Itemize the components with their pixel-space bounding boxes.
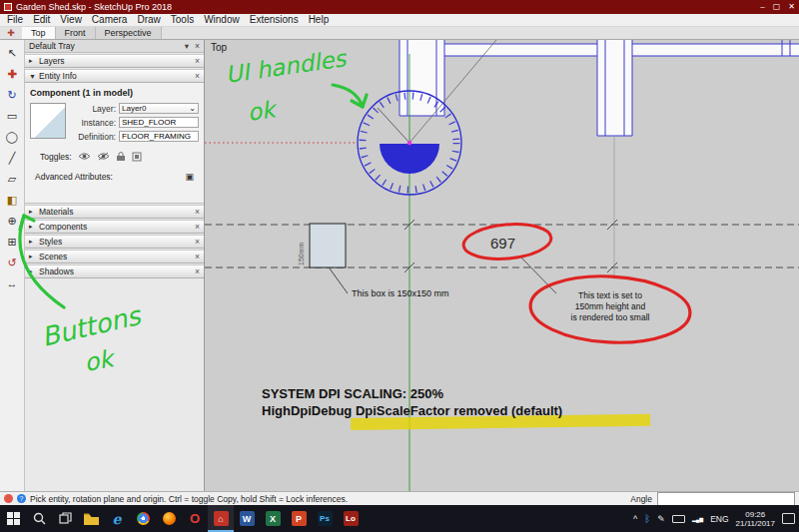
scene-tab-front[interactable]: Front: [56, 27, 96, 39]
clock[interactable]: 09:26 21/11/2017: [736, 510, 775, 528]
excel-button[interactable]: X: [260, 505, 286, 532]
panel-styles[interactable]: ▸ Styles ×: [25, 235, 204, 249]
paint-tool-icon[interactable]: ◧: [3, 192, 21, 208]
panel-shadows[interactable]: ▸ Shadows ×: [25, 265, 204, 278]
task-view-button[interactable]: [52, 505, 78, 532]
hidden-eye-icon[interactable]: [97, 152, 110, 161]
panel-close-icon[interactable]: ×: [195, 266, 200, 276]
circle-tool-icon[interactable]: ◯: [3, 129, 21, 145]
menu-window[interactable]: Window: [199, 14, 245, 26]
panel-close-icon[interactable]: ×: [195, 56, 200, 66]
select-tool-icon[interactable]: ↖: [3, 45, 21, 61]
language-indicator[interactable]: ENG: [710, 514, 728, 524]
pan-tool-icon[interactable]: ↔: [3, 275, 21, 291]
layer-select[interactable]: Layer0 ⌄: [119, 103, 199, 114]
definition-field[interactable]: [119, 131, 199, 142]
clock-date: 21/11/2017: [736, 519, 775, 528]
panel-close-icon[interactable]: ×: [195, 237, 200, 247]
layout-button[interactable]: Lo: [338, 505, 364, 532]
folder-icon: [84, 513, 99, 525]
minimize-button[interactable]: –: [760, 0, 764, 14]
zoom-tool-icon[interactable]: ⊕: [3, 213, 21, 229]
dimension-697-text: 697: [490, 235, 515, 252]
task-view-icon: [59, 512, 72, 525]
close-button[interactable]: ✕: [788, 0, 795, 14]
panel-close-icon[interactable]: ×: [195, 207, 200, 217]
instance-field[interactable]: [119, 117, 199, 128]
toolbar-handle-icon[interactable]: ✚: [0, 27, 22, 39]
tray-pin-icon[interactable]: ▾: [185, 41, 189, 51]
statusbar: ? Pick entity, rotation plane and origin…: [0, 491, 799, 505]
layout-icon: Lo: [344, 511, 359, 526]
menu-view[interactable]: View: [55, 14, 87, 26]
panel-components-label: Components: [39, 222, 87, 232]
panel-layers[interactable]: ▸ Layers ×: [25, 54, 204, 68]
panel-scenes[interactable]: ▸ Scenes ×: [25, 250, 204, 264]
photoshop-button[interactable]: Ps: [312, 505, 338, 532]
word-button[interactable]: W: [234, 505, 260, 532]
pen-icon[interactable]: ✎: [657, 514, 665, 524]
network-icon[interactable]: ▂▄▆: [692, 516, 703, 522]
orbit-tool-icon[interactable]: ↺: [3, 255, 21, 270]
move-tool-icon[interactable]: ✚: [3, 66, 21, 82]
menu-tools[interactable]: Tools: [166, 14, 199, 26]
attributes-icon[interactable]: ▣: [185, 172, 194, 182]
edge-button[interactable]: e: [104, 505, 130, 532]
search-button[interactable]: [26, 505, 52, 532]
layer-label: Layer:: [72, 104, 116, 114]
menu-draw[interactable]: Draw: [132, 14, 165, 26]
wall-structure: [400, 40, 799, 136]
panel-close-icon[interactable]: ×: [195, 71, 200, 81]
eraser-tool-icon[interactable]: ▱: [3, 171, 21, 187]
panel-scenes-label: Scenes: [39, 252, 67, 262]
lock-icon[interactable]: [116, 151, 126, 162]
panel-close-icon[interactable]: ×: [195, 222, 200, 232]
model-canvas[interactable]: 150mm This box is 150x150 mm 697 This te…: [205, 40, 799, 491]
menu-camera[interactable]: Camera: [87, 14, 133, 26]
zoom-extents-tool-icon[interactable]: ⊞: [3, 234, 21, 250]
scene-tab-top[interactable]: Top: [22, 27, 56, 39]
opera-button[interactable]: O: [182, 505, 208, 532]
help-icon[interactable]: ?: [17, 494, 26, 503]
line-tool-icon[interactable]: ╱: [3, 150, 21, 166]
visible-eye-icon[interactable]: [78, 152, 91, 161]
tray-expand-icon[interactable]: ^: [633, 514, 637, 524]
sketchup-taskbar-button[interactable]: ⌂: [208, 505, 234, 532]
panel-shadows-label: Shadows: [39, 266, 74, 276]
menu-edit[interactable]: Edit: [28, 14, 55, 26]
firefox-button[interactable]: [156, 505, 182, 532]
powerpoint-button[interactable]: P: [286, 505, 312, 532]
panel-layers-label: Layers: [39, 56, 65, 66]
sketchup-icon: ⌂: [214, 511, 229, 526]
advanced-attributes-label[interactable]: Advanced Attributes:: [35, 172, 113, 182]
file-explorer-button[interactable]: [78, 505, 104, 532]
start-button[interactable]: [0, 505, 26, 532]
maximize-button[interactable]: ▢: [773, 0, 781, 14]
panel-entity-info[interactable]: ▼ Entity Info ×: [25, 69, 204, 83]
measurement-label: Angle: [630, 494, 652, 504]
model-viewport[interactable]: Top: [205, 40, 799, 491]
measurement-input[interactable]: [657, 492, 795, 506]
bluetooth-icon[interactable]: ᛒ: [644, 513, 650, 524]
menu-file[interactable]: File: [2, 14, 28, 26]
opera-icon: O: [190, 511, 200, 526]
action-center-icon[interactable]: [782, 513, 795, 524]
panel-components[interactable]: ▸ Components ×: [25, 220, 204, 234]
rotate-tool-icon[interactable]: ↻: [3, 87, 21, 103]
firefox-icon: [163, 512, 176, 525]
menu-help[interactable]: Help: [304, 14, 335, 26]
chrome-button[interactable]: [130, 505, 156, 532]
tray-close-icon[interactable]: ×: [195, 41, 200, 51]
instance-label: Instance:: [72, 118, 116, 128]
panel-close-icon[interactable]: ×: [195, 252, 200, 262]
battery-icon[interactable]: [672, 515, 685, 523]
sketchup-window: Garden Shed.skp - SketchUp Pro 2018 – ▢ …: [0, 0, 799, 532]
scene-tab-perspective[interactable]: Perspective: [96, 27, 162, 39]
shadow-toggle-icon[interactable]: [132, 152, 142, 162]
panel-materials[interactable]: ▸ Materials ×: [25, 205, 204, 219]
rectangle-tool-icon[interactable]: ▭: [3, 108, 21, 124]
menu-extensions[interactable]: Extensions: [245, 14, 304, 26]
geolocation-icon[interactable]: [4, 494, 13, 503]
box-150[interactable]: [310, 224, 346, 267]
dpi-caption-line1: SYSTEM DPI SCALING: 250%: [262, 386, 443, 401]
